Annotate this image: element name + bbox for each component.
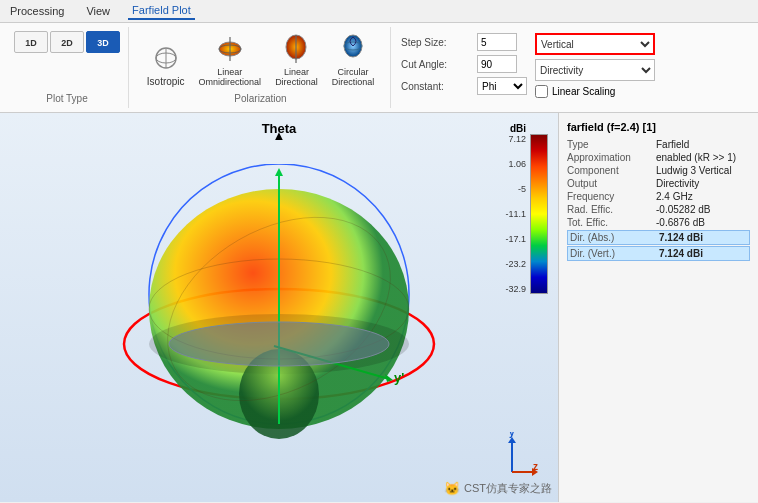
info-key-freq: Frequency [567,191,652,202]
info-val-approx: enabled (kR >> 1) [656,152,736,163]
colorbar-val-3: -11.1 [505,209,526,219]
info-row-dir-abs: Dir. (Abs.) 7.124 dBi [567,230,750,245]
colorbar-val-1: 1.06 [505,159,526,169]
axes-indicator: y z [485,432,540,487]
cut-angle-input[interactable] [477,55,517,73]
circular-dir-label: Circular Directional [332,67,375,87]
watermark-text: CST仿真专家之路 [464,481,552,496]
colorbar-val-2: -5 [505,184,526,194]
info-val-freq: 2.4 GHz [656,191,693,202]
colorbar-val-5: -23.2 [505,259,526,269]
linear-dir-icon [280,33,312,65]
step-size-input[interactable] [477,33,517,51]
polarization-linear-omni[interactable]: Linear Omnidirectional [195,31,266,89]
polarization-label: Polarization [234,89,286,104]
output-select[interactable]: Directivity Gain E-Field [535,59,655,81]
polarization-group: Isotropic Linear Omnidirectional [131,27,391,108]
cut-angle-label: Cut Angle: [401,59,471,70]
viewport[interactable]: Theta [0,113,558,502]
info-val-rad-eff: -0.05282 dB [656,204,711,215]
colorbar-val-4: -17.1 [505,234,526,244]
cut-angle-row: Cut Angle: [401,55,527,73]
polarization-linear-dir[interactable]: Linear Directional [271,31,322,89]
info-key-component: Component [567,165,652,176]
linear-scaling-checkbox[interactable] [535,85,548,98]
linear-omni-icon [214,33,246,65]
step-size-label: Step Size: [401,37,471,48]
polarization-circular-dir[interactable]: Circular Directional [328,31,379,89]
plot-2d-button[interactable]: 2D [50,31,84,53]
circular-dir-icon [337,33,369,65]
menu-farfield-plot[interactable]: Farfield Plot [128,2,195,20]
info-row-type: Type Farfield [567,139,750,150]
constant-select[interactable]: Phi Theta [477,77,527,95]
info-row-tot-eff: Tot. Effic. -0.6876 dB [567,217,750,228]
constant-label: Constant: [401,81,471,92]
info-val-component: Ludwig 3 Vertical [656,165,732,176]
colorbar: dBi 7.12 1.06 -5 -11.1 -17.1 -23.2 -32.9 [518,123,548,294]
info-row-rad-eff: Rad. Effic. -0.05282 dB [567,204,750,215]
info-val-tot-eff: -0.6876 dB [656,217,705,228]
resolution-group: Step Size: Cut Angle: Constant: Phi Thet… [393,27,693,108]
plot-type-group: 1D 2D 3D Plot Type [6,27,129,108]
polarization-isotropic[interactable]: Isotropic [143,40,189,89]
vertical-select[interactable]: Vertical Horizontal Ludwig 3 - Vertical … [535,33,655,55]
info-row-output: Output Directivity [567,178,750,189]
svg-text:y': y' [394,370,404,385]
svg-point-21 [169,322,389,366]
theta-arrow: ▲ [273,128,286,143]
info-key-dir-abs: Dir. (Abs.) [570,232,655,243]
menu-processing[interactable]: Processing [6,3,68,19]
colorbar-val-0: 7.12 [505,134,526,144]
isotropic-icon [150,42,182,74]
info-key-type: Type [567,139,652,150]
info-title: farfield (f=2.4) [1] [567,121,750,133]
farfield-3d-svg: y' [79,164,479,464]
menu-bar: Processing View Farfield Plot [0,0,758,23]
info-val-type: Farfield [656,139,689,150]
info-key-dir-vert: Dir. (Vert.) [570,248,655,259]
plot-1d-button[interactable]: 1D [14,31,48,53]
info-val-dir-abs: 7.124 dBi [659,232,703,243]
info-key-rad-eff: Rad. Effic. [567,204,652,215]
info-key-tot-eff: Tot. Effic. [567,217,652,228]
info-panel: farfield (f=2.4) [1] Type Farfield Appro… [558,113,758,502]
colorbar-unit: dBi [488,123,548,134]
info-row-dir-vert: Dir. (Vert.) 7.124 dBi [567,246,750,261]
colorbar-val-6: -32.9 [505,284,526,294]
info-val-dir-vert: 7.124 dBi [659,248,703,259]
ribbon: 1D 2D 3D Plot Type Isotropic [0,23,758,113]
isotropic-label: Isotropic [147,76,185,87]
step-size-row: Step Size: [401,33,527,51]
linear-scaling-label: Linear Scaling [552,86,615,97]
watermark: 🐱 CST仿真专家之路 [444,481,552,496]
linear-omni-label: Linear Omnidirectional [199,67,262,87]
linear-dir-label: Linear Directional [275,67,318,87]
menu-view[interactable]: View [82,3,114,19]
main-area: Theta [0,113,758,502]
info-row-approx: Approximation enabled (kR >> 1) [567,152,750,163]
svg-text:y: y [509,432,515,438]
plot-3d-button[interactable]: 3D [86,31,120,53]
info-val-output: Directivity [656,178,699,189]
svg-text:z: z [533,461,538,472]
constant-row: Constant: Phi Theta [401,77,527,95]
info-row-freq: Frequency 2.4 GHz [567,191,750,202]
info-key-approx: Approximation [567,152,652,163]
info-row-component: Component Ludwig 3 Vertical [567,165,750,176]
info-key-output: Output [567,178,652,189]
plot-type-label: Plot Type [46,89,88,104]
linear-scaling-row: Linear Scaling [535,85,655,98]
svg-marker-18 [275,168,283,176]
